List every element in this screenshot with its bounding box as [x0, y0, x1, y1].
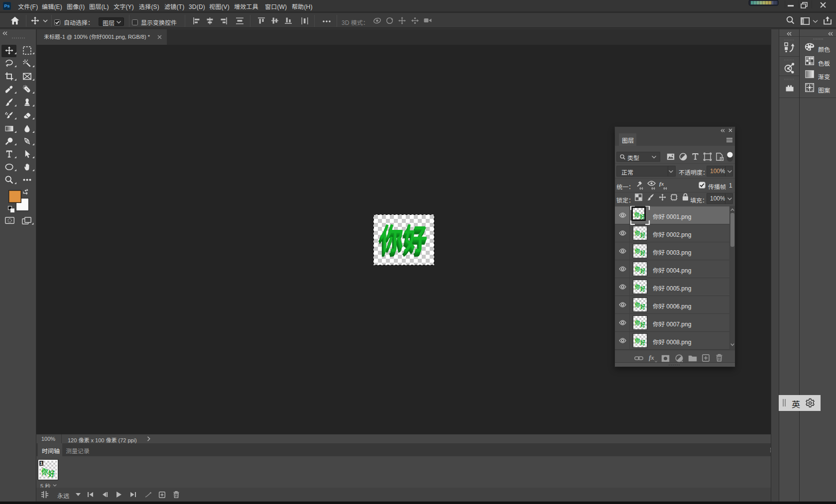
- svg-text:fx: fx: [659, 181, 664, 187]
